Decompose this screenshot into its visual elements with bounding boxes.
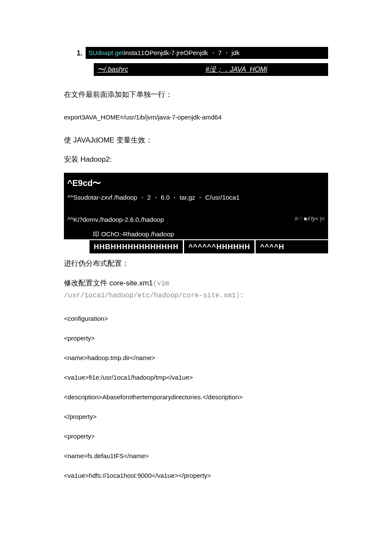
t1-b: tar: [92, 194, 99, 201]
t2-c: ./hadoop-2.6.0./hadoop: [98, 216, 164, 223]
code-rest: insta11OPenjdk-7·jreOPenjdk ・ 7 ・ jdk: [124, 49, 240, 56]
xml-line-7: <property>: [64, 431, 328, 442]
numbered-code-item: 1. SUdoapt·getinsta11OPenjdk-7·jreOPenjd…: [77, 47, 328, 59]
xml-line-4: <va1ue>fi1e:/usr/1oca1/hadoop/tmp</va1ue…: [64, 372, 328, 383]
terminal-block: ^E9cd〜 ^^Ssudotar-zxvf./hadoop ・ 2 ・ 6.0…: [64, 173, 328, 239]
export-code-line: export3AVA_HOME=/usr/1ib/jvm/java-7-open…: [64, 112, 328, 122]
footer-cell-2: ^^^^^^HHHHHH: [184, 240, 256, 253]
p5-a: 修改配置文件 core-site.xm1: [64, 279, 153, 287]
xml-line-2: <property>: [64, 333, 328, 343]
t3-c: :-Rhadoop./hadoop: [119, 230, 174, 238]
paragraph-2: 使 JAVAJdOME 变量生效：: [64, 134, 328, 146]
xml-line-3: <name>hadoop.tmp.dir</name>: [64, 353, 328, 363]
code-block-1: SUdoapt·getinsta11OPenjdk-7·jreOPenjdk ・…: [86, 47, 328, 59]
t3-a: 叩: [93, 230, 101, 238]
bashrc-right: #没；，JAVA_HOMi: [205, 64, 325, 75]
t1-d: ./hadoop ・ 2 ・ 6.0 ・ tar,gz ・ C/usr/1oca…: [112, 194, 239, 201]
p5-c: /usr/1oca1/hadoop/etc/hadoop/core-site.x…: [64, 292, 244, 299]
xml-line-9: <va1ue>hdfs://1oca1host:9000</va1ue></pr…: [64, 471, 328, 481]
footer-cell-3: ^^^^H: [256, 240, 288, 253]
terminal-line-3: 叩 OChO:-Rhadoop./hadoop: [67, 229, 325, 239]
bashrc-left: 〜/.bashrc: [97, 64, 205, 75]
t1-c: -zxvf: [99, 194, 112, 201]
paragraph-3: 安装 Hadoop2:: [64, 154, 328, 165]
terminal-line-1: ^^Ssudotar-zxvf./hadoop ・ 2 ・ 6.0 ・ tar,…: [67, 192, 325, 215]
t2-left: ^^Ki?domv./hadoop-2.6.0./hadoop: [67, 215, 164, 225]
paragraph-4: 进行伪分布式配置：: [64, 258, 328, 269]
t1-a: ^^Ssudo: [67, 194, 92, 201]
xml-line-8: <name>fs.defau1tFS</name>: [64, 451, 328, 461]
paragraph-5: 修改配置文件 core-site.xm1(vim /usr/1oca1/hado…: [64, 277, 328, 302]
terminal-line-2: ^^Ki?domv./hadoop-2.6.0./hadoop #-': ■/i…: [67, 215, 325, 229]
p5-b: (vim: [153, 280, 169, 288]
footer-cell-1: HHBHHHHHHHHHHHH: [89, 240, 184, 253]
xml-line-1: <configuration>: [64, 314, 328, 324]
terminal-header: ^E9cd〜: [67, 174, 325, 192]
item-number: 1.: [77, 47, 82, 59]
paragraph-1: 在文件最前面添加如下单独一行：: [64, 89, 328, 100]
bashrc-code-line: 〜/.bashrc #没；，JAVA_HOMi: [94, 63, 328, 76]
terminal-footer: HHBHHHHHHHHHHHH ^^^^^^HHHHHH ^^^^H: [89, 239, 328, 253]
t3-b: OChO: [101, 230, 119, 238]
t2-a: ^^Ki?do: [67, 216, 89, 223]
t2-b: mv: [89, 216, 98, 223]
t2-right: #-': ■/i'fy< |<: [295, 215, 325, 225]
xml-line-5: <description>Abaseforothertemporarydirec…: [64, 392, 328, 402]
xml-line-6: </property>: [64, 412, 328, 422]
code-prefix: SUdoapt·get: [88, 49, 124, 56]
